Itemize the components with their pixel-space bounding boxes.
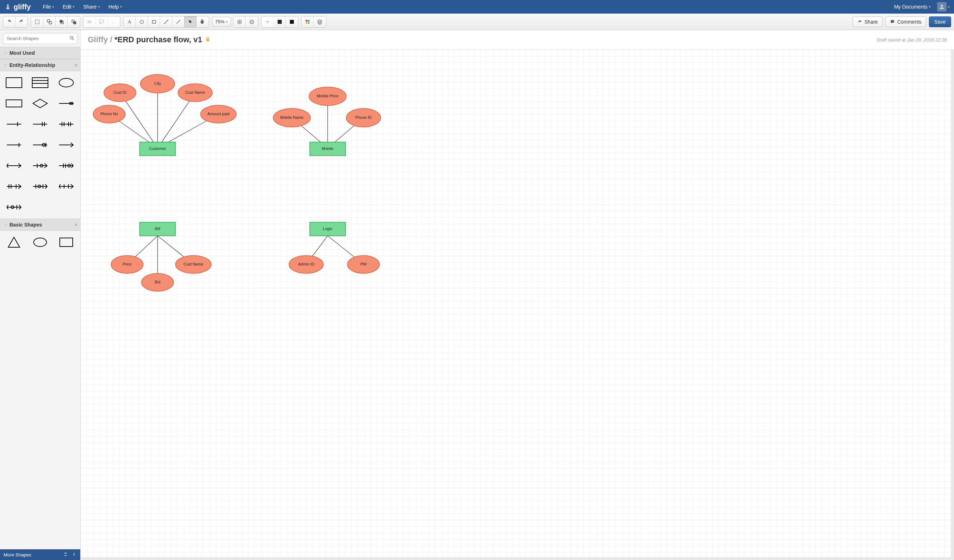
line-tool[interactable] — [172, 17, 184, 27]
menu-my-documents[interactable]: My Documents▾ — [891, 2, 934, 12]
canvas[interactable]: Phone No Cust ID City Cust Name Amount p… — [81, 50, 951, 557]
collapse-sidebar-icon[interactable] — [72, 552, 76, 558]
send-back-button[interactable] — [68, 17, 80, 27]
shape-cardinality-6[interactable] — [56, 138, 76, 152]
top-nav: gliffy File▾ Edit▾ Share▾ Help▾ My Docum… — [0, 0, 954, 14]
mobile-cluster[interactable]: Mobile Name Mobile Price Phone ID Mobile — [273, 87, 381, 156]
svg-point-90 — [34, 238, 47, 247]
menu-help[interactable]: Help▾ — [105, 2, 126, 12]
comments-button[interactable]: Comments — [885, 17, 926, 27]
svg-rect-13 — [308, 20, 309, 22]
rect-tool[interactable] — [148, 17, 160, 27]
section-entity-relationship[interactable]: ≡ Entity-Relationship × — [0, 59, 80, 71]
shape-ellipse[interactable] — [30, 235, 51, 249]
svg-rect-15 — [308, 22, 309, 23]
svg-point-7 — [140, 20, 143, 23]
shape-rectangle[interactable] — [56, 235, 76, 249]
line-icon — [176, 19, 181, 25]
main-area: ≡ Most Used ≡ Entity-Relationship × — [0, 30, 954, 560]
sidebar-footer: More Shapes — [0, 549, 80, 560]
zoom-out-button[interactable] — [246, 17, 258, 27]
shape-line-mark[interactable] — [56, 96, 76, 110]
close-icon[interactable]: × — [75, 222, 77, 227]
save-button[interactable]: Save — [929, 17, 951, 27]
breadcrumb[interactable]: Gliffy / — [88, 35, 112, 44]
annotate-group — [83, 16, 120, 28]
snap-button — [262, 17, 274, 27]
share-icon — [857, 19, 862, 24]
app-logo[interactable]: gliffy — [4, 3, 31, 11]
shape-weak-entity[interactable] — [3, 96, 25, 110]
svg-text:Mobile: Mobile — [322, 146, 334, 151]
shape-entity[interactable] — [3, 76, 25, 90]
theme-button[interactable] — [301, 17, 314, 27]
section-most-used[interactable]: ≡ Most Used — [0, 47, 80, 59]
shape-cardinality-4[interactable] — [3, 138, 25, 152]
search-icon[interactable] — [70, 36, 75, 42]
shape-cardinality-3[interactable] — [56, 117, 76, 131]
zoom-select[interactable]: 75%▾ — [212, 17, 231, 26]
connector-tool[interactable] — [160, 17, 172, 27]
more-shapes-link[interactable]: More Shapes — [3, 552, 31, 557]
shape-relationship[interactable] — [30, 96, 51, 110]
shape-cardinality-11[interactable] — [30, 179, 51, 194]
share-button[interactable]: Share — [853, 17, 882, 27]
svg-point-16 — [70, 36, 73, 39]
layers-icon — [317, 19, 323, 25]
toolbar: A 75%▾ Share Comments Save — [0, 14, 954, 30]
menu-edit[interactable]: Edit▾ — [59, 2, 78, 12]
ungroup-button[interactable] — [43, 17, 56, 27]
shape-cardinality-9[interactable] — [56, 159, 76, 173]
text-tool[interactable]: A — [123, 17, 136, 27]
shapes-sidebar: ≡ Most Used ≡ Entity-Relationship × — [0, 30, 81, 560]
layers-button[interactable] — [314, 17, 326, 27]
shape-cardinality-5[interactable] — [30, 138, 51, 152]
shape-cardinality-12[interactable] — [56, 179, 76, 194]
svg-line-17 — [73, 39, 74, 40]
svg-text:Amount paid: Amount paid — [207, 112, 229, 116]
zoom-in-button[interactable] — [234, 17, 246, 27]
svg-text:Login: Login — [323, 227, 333, 231]
rect-icon — [151, 19, 157, 25]
redo-button[interactable] — [16, 17, 28, 27]
close-icon[interactable]: × — [75, 62, 77, 68]
search-input[interactable] — [3, 33, 77, 44]
pointer-tool[interactable] — [184, 17, 196, 27]
shape-cardinality-13[interactable] — [3, 200, 25, 214]
guides-button[interactable] — [286, 17, 298, 27]
shape-triangle[interactable] — [3, 235, 25, 249]
login-cluster[interactable]: Login Admin ID PW — [289, 222, 380, 274]
section-basic-shapes[interactable]: ≡ Basic Shapes × — [0, 219, 80, 231]
user-icon — [938, 3, 945, 10]
ellipse-tool[interactable] — [136, 17, 148, 27]
chevron-down-icon: ▾ — [226, 20, 228, 23]
grid-group — [261, 16, 298, 28]
theme-icon — [305, 19, 310, 25]
shape-cardinality-7[interactable] — [3, 159, 25, 173]
doc-title[interactable]: *ERD purchase flow, v1 — [114, 35, 202, 44]
shape-cardinality-1[interactable] — [3, 117, 25, 131]
shape-cardinality-10[interactable] — [3, 179, 25, 194]
link-icon — [87, 19, 92, 25]
shape-cardinality-8[interactable] — [30, 159, 51, 173]
bring-front-button[interactable] — [56, 17, 68, 27]
menu-file[interactable]: File▾ — [39, 2, 58, 12]
svg-marker-24 — [33, 99, 47, 108]
shape-cardinality-2[interactable] — [30, 117, 51, 131]
undo-button[interactable] — [3, 17, 16, 27]
svg-line-9 — [176, 20, 180, 23]
customer-cluster[interactable]: Phone No Cust ID City Cust Name Amount p… — [93, 75, 236, 156]
menu-share[interactable]: Share▾ — [80, 2, 103, 12]
chevron-down-icon[interactable]: ▾ — [948, 5, 950, 9]
svg-text:Mobile Price: Mobile Price — [317, 94, 339, 98]
pan-tool[interactable] — [196, 17, 209, 27]
svg-text:Phone No: Phone No — [101, 112, 118, 116]
user-avatar[interactable] — [937, 2, 946, 11]
svg-text:Price: Price — [123, 262, 131, 266]
group-button[interactable] — [31, 17, 43, 27]
bill-cluster[interactable]: Bill Price Bid Cust Name — [111, 222, 211, 291]
shape-entity-header[interactable] — [30, 76, 51, 90]
shape-attribute[interactable] — [56, 76, 76, 90]
grid-button[interactable] — [274, 17, 286, 27]
expand-icon[interactable] — [63, 552, 68, 558]
